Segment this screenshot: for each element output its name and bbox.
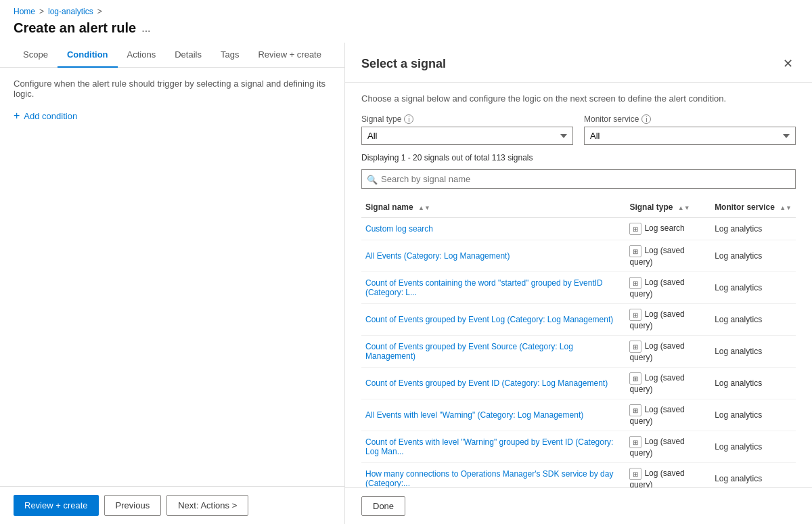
tabs-bar: Scope Condition Actions Details Tags Rev… [0,43,344,68]
tab-tags[interactable]: Tags [211,43,248,68]
signal-name-link[interactable]: All Events with level "Warning" (Categor… [365,410,583,420]
modal-title: Select a signal [361,57,446,71]
monitor-service-label: Monitor service i [584,114,796,124]
tab-details[interactable]: Details [165,43,211,68]
signal-name-cell: Count of Events grouped by Event Log (Ca… [361,304,625,336]
signal-name-link[interactable]: Custom log search [365,224,433,234]
done-button[interactable]: Done [361,496,405,516]
signal-type-cell: ⊞Log (saved query) [625,431,710,463]
monitor-service-cell: Log analytics [710,431,796,463]
modal-description: Choose a signal below and configure the … [361,93,796,104]
tab-description: Configure when the alert rule should tri… [14,79,331,99]
review-create-button[interactable]: Review + create [14,495,99,516]
signal-name-cell: All Events (Category: Log Management) [361,240,625,272]
table-row: How many connections to Operations Manag… [361,463,796,488]
signal-name-cell: Custom log search [361,218,625,240]
previous-button[interactable]: Previous [104,495,162,516]
monitor-service-cell: Log analytics [710,336,796,368]
signals-count: Displaying 1 - 20 signals out of total 1… [361,153,796,162]
table-row: Count of Events grouped by Event ID (Cat… [361,368,796,399]
monitor-service-cell: Log analytics [710,399,796,431]
monitor-service-cell: Log analytics [710,368,796,399]
signal-name-link[interactable]: How many connections to Operations Manag… [365,469,613,487]
signal-type-select[interactable]: All [361,127,573,145]
add-condition-button[interactable]: + Add condition [14,110,77,122]
separator1: > [39,7,44,16]
col-signal-name[interactable]: Signal name ▲▼ [361,197,625,218]
close-button[interactable]: ✕ [780,53,796,74]
tab-actions[interactable]: Actions [118,43,166,68]
tab-scope[interactable]: Scope [14,43,58,68]
signal-type-cell: ⊞Log search [625,218,710,240]
signal-name-cell: All Events with level "Warning" (Categor… [361,399,625,431]
signal-type-cell: ⊞Log (saved query) [625,463,710,488]
signal-name-cell: Count of Events containing the word "sta… [361,272,625,304]
signal-type-icon: ⊞ [629,372,641,385]
signal-name-link[interactable]: All Events (Category: Log Management) [365,251,510,261]
signal-type-cell: ⊞Log (saved query) [625,304,710,336]
table-row: Custom log search⊞Log searchLog analytic… [361,218,796,240]
col-monitor-service[interactable]: Monitor service ▲▼ [710,197,796,218]
add-condition-label: Add condition [24,111,77,121]
monitor-service-info-icon: i [641,114,651,124]
signal-name-link[interactable]: Count of Events grouped by Event ID (Cat… [365,378,608,388]
table-row: Count of Events with level "Warning" gro… [361,431,796,463]
signal-name-link[interactable]: Count of Events grouped by Event Log (Ca… [365,315,613,324]
monitor-service-select[interactable]: All [584,127,796,145]
signal-type-cell: ⊞Log (saved query) [625,240,710,272]
separator2: > [97,7,102,16]
table-row: All Events with level "Warning" (Categor… [361,399,796,431]
next-actions-button[interactable]: Next: Actions > [166,495,248,516]
signal-search-input[interactable] [361,169,796,189]
home-link[interactable]: Home [14,7,35,16]
signal-name-link[interactable]: Count of Events with level "Warning" gro… [365,437,613,456]
table-row: All Events (Category: Log Management)⊞Lo… [361,240,796,272]
signal-type-icon: ⊞ [629,404,641,416]
signal-type-cell: ⊞Log (saved query) [625,272,710,304]
signals-table: Signal name ▲▼ Signal type ▲▼ Monitor se… [361,197,796,487]
plus-icon: + [14,110,20,122]
breadcrumb: Home > log-analytics > [0,0,812,19]
monitor-service-cell: Log analytics [710,304,796,336]
signal-name-cell: How many connections to Operations Manag… [361,463,625,488]
col-signal-type[interactable]: Signal type ▲▼ [625,197,710,218]
tab-condition[interactable]: Condition [58,43,118,68]
monitor-service-cell: Log analytics [710,240,796,272]
monitor-service-cell: Log analytics [710,218,796,240]
signal-type-info-icon: i [404,114,413,124]
signal-name-cell: Count of Events grouped by Event Source … [361,336,625,368]
table-row: Count of Events containing the word "sta… [361,272,796,304]
signal-type-cell: ⊞Log (saved query) [625,336,710,368]
page-title: Create an alert rule [14,20,136,36]
signal-type-cell: ⊞Log (saved query) [625,399,710,431]
monitor-service-cell: Log analytics [710,463,796,488]
signal-type-icon: ⊞ [629,223,641,235]
monitor-service-cell: Log analytics [710,272,796,304]
signal-type-icon: ⊞ [629,436,641,448]
signal-name-cell: Count of Events with level "Warning" gro… [361,431,625,463]
signal-name-cell: Count of Events grouped by Event ID (Cat… [361,368,625,399]
log-analytics-link[interactable]: log-analytics [48,7,93,16]
table-row: Count of Events grouped by Event Source … [361,336,796,368]
signal-name-link[interactable]: Count of Events containing the word "sta… [365,278,603,297]
search-icon: 🔍 [367,174,378,184]
signal-type-icon: ⊞ [629,277,641,289]
signal-type-icon: ⊞ [629,341,641,353]
signal-type-cell: ⊞Log (saved query) [625,368,710,399]
signal-type-icon: ⊞ [629,245,641,257]
signal-type-icon: ⊞ [629,468,641,480]
tab-review-create[interactable]: Review + create [248,43,331,68]
more-options-icon[interactable]: ... [141,22,150,35]
signal-name-link[interactable]: Count of Events grouped by Event Source … [365,342,573,361]
signal-type-label: Signal type i [361,114,573,124]
signal-type-icon: ⊞ [629,309,641,321]
table-row: Count of Events grouped by Event Log (Ca… [361,304,796,336]
